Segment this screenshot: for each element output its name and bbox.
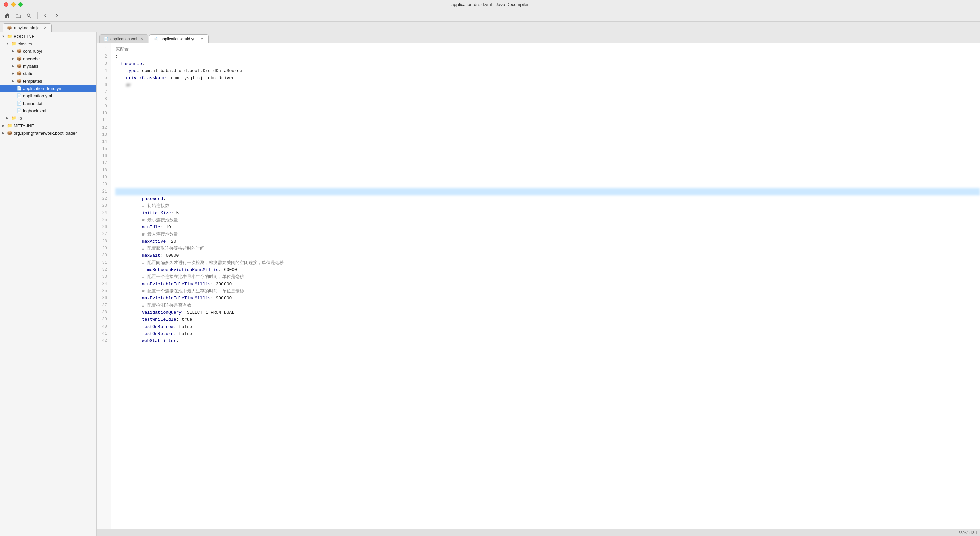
status-text: 650×1:13:1 xyxy=(959,531,977,534)
code-line-8 xyxy=(116,96,980,103)
xml-icon: 📄 xyxy=(16,108,22,113)
tree-item-label: classes xyxy=(18,41,32,46)
arrow-placeholder xyxy=(11,109,15,113)
code-line-16 xyxy=(116,152,980,160)
jar-icon: 📦 xyxy=(7,26,12,30)
window-title: application-druid.yml - Java Decompiler xyxy=(452,2,528,7)
file-tab-label: application.yml xyxy=(110,36,137,41)
code-content[interactable]: 原配置: tasource: type: com.alibaba.druid.p… xyxy=(111,43,980,528)
tree-item-ehcache[interactable]: ▶ 📦 ehcache xyxy=(0,55,96,62)
tree-item-label: ehcache xyxy=(23,56,40,61)
tree-item-com-ruoyi[interactable]: ▶ 📦 com.ruoyi xyxy=(0,48,96,55)
code-line-12 xyxy=(116,124,980,131)
yaml-file-icon: 📄 xyxy=(103,36,108,41)
arrow-icon: ▶ xyxy=(11,64,15,68)
jar-tab-bar: 📦 ruoyi-admin.jar ✕ xyxy=(0,22,980,32)
yaml-icon: 📄 xyxy=(16,93,22,98)
package-icon: 📦 xyxy=(16,71,22,76)
file-tab-close[interactable]: ✕ xyxy=(139,36,144,41)
tree-item-label: banner.txt xyxy=(23,101,42,106)
arrow-icon: ▶ xyxy=(11,71,15,76)
open-button[interactable] xyxy=(14,11,22,20)
code-line-34: minEvictableIdleTimeMillis: 300000 xyxy=(116,281,980,288)
code-line-23: # 初始连接数 xyxy=(116,202,980,209)
package-icon: 📦 xyxy=(16,48,22,54)
tree-item-application-yml[interactable]: 📄 application.yml xyxy=(0,92,96,100)
package-icon: 📦 xyxy=(16,78,22,84)
file-tab-label: application-druid.yml xyxy=(160,36,197,41)
code-line-28: maxActive: 20 xyxy=(116,238,980,245)
tree-item-meta-inf[interactable]: ▶ 📁 META-INF xyxy=(0,122,96,129)
status-bar: 650×1:13:1 xyxy=(97,528,980,536)
jar-tab-close[interactable]: ✕ xyxy=(43,26,48,30)
yaml-icon: 📄 xyxy=(16,86,22,91)
home-button[interactable] xyxy=(3,11,11,20)
title-bar: application-druid.yml - Java Decompiler xyxy=(0,0,980,10)
main-area: ▼ 📁 BOOT-INF ▼ 📁 classes ▶ 📦 com.ruoyi ▶… xyxy=(0,32,980,536)
code-line-9 xyxy=(116,103,980,110)
code-line-30: maxWait: 60000 xyxy=(116,252,980,259)
toolbar-divider xyxy=(37,12,38,19)
tree-item-mybatis[interactable]: ▶ 📦 mybatis xyxy=(0,62,96,70)
window-controls xyxy=(4,2,23,7)
svg-point-0 xyxy=(27,14,30,16)
tree-item-templates[interactable]: ▶ 📦 templates xyxy=(0,77,96,85)
tree-item-lib[interactable]: ▶ 📁 lib xyxy=(0,114,96,122)
editor-area: 📄 application.yml ✕ 📄 application-druid.… xyxy=(97,32,980,536)
code-line-27: # 最大连接池数量 xyxy=(116,231,980,238)
code-line-38: validationQuery: SELECT 1 FROM DUAL xyxy=(116,309,980,316)
arrow-icon: ▶ xyxy=(11,57,15,60)
tree-item-classes[interactable]: ▼ 📁 classes xyxy=(0,40,96,48)
txt-icon: 📄 xyxy=(16,100,22,106)
code-line-2: : xyxy=(116,53,980,60)
file-tree: ▼ 📁 BOOT-INF ▼ 📁 classes ▶ 📦 com.ruoyi ▶… xyxy=(0,32,97,536)
code-line-13 xyxy=(116,131,980,138)
code-line-17 xyxy=(116,160,980,167)
close-button[interactable] xyxy=(4,2,8,7)
arrow-icon: ▶ xyxy=(11,49,15,53)
file-tab-application-druid-yml[interactable]: 📄 application-druid.yml ✕ xyxy=(149,34,208,43)
arrow-icon: ▶ xyxy=(11,79,15,83)
folder-icon: 📁 xyxy=(11,116,16,121)
code-line-18 xyxy=(116,167,980,174)
arrow-icon: ▶ xyxy=(2,131,5,135)
package-icon: 📦 xyxy=(16,63,22,69)
folder-icon: 📁 xyxy=(11,41,16,46)
arrow-icon: ▶ xyxy=(2,124,5,128)
file-tab-application-yml[interactable]: 📄 application.yml ✕ xyxy=(99,34,148,43)
tree-item-label: mybatis xyxy=(23,63,38,69)
code-line-5: driverClassName: com.mysql.cj.jdbc.Drive… xyxy=(116,75,980,82)
tree-item-label: static xyxy=(23,71,33,76)
tree-item-static[interactable]: ▶ 📦 static xyxy=(0,70,96,77)
code-line-22: password: xyxy=(116,195,980,202)
code-line-26: minIdle: 10 xyxy=(116,224,980,231)
tree-item-application-druid-yml[interactable]: 📄 application-druid.yml xyxy=(0,85,96,92)
code-line-31: # 配置间隔多久才进行一次检测，检测需要关闭的空闲连接，单位是毫秒 xyxy=(116,259,980,266)
code-line-14 xyxy=(116,138,980,146)
code-line-4: type: com.alibaba.druid.pool.DruidDataSo… xyxy=(116,67,980,75)
tree-item-springframework[interactable]: ▶ 📦 org.springframework.boot.loader xyxy=(0,129,96,137)
yaml-file-icon: 📄 xyxy=(153,36,158,41)
tree-item-label: META-INF xyxy=(14,123,34,128)
code-editor: 1234567891011121314151617181920212223242… xyxy=(97,43,980,528)
jar-tab-label: ruoyi-admin.jar xyxy=(14,26,41,30)
file-tab-close-active[interactable]: ✕ xyxy=(199,36,204,41)
minimize-button[interactable] xyxy=(11,2,16,7)
jar-tab-ruoyi-admin[interactable]: 📦 ruoyi-admin.jar ✕ xyxy=(3,23,52,32)
tree-item-logback-xml[interactable]: 📄 logback.xml xyxy=(0,107,96,114)
package-icon: 📦 xyxy=(7,130,12,136)
forward-button[interactable] xyxy=(52,11,60,20)
tree-item-boot-inf[interactable]: ▼ 📁 BOOT-INF xyxy=(0,32,96,40)
line-numbers: 1234567891011121314151617181920212223242… xyxy=(97,43,111,528)
back-button[interactable] xyxy=(41,11,50,20)
search-button[interactable] xyxy=(25,11,33,20)
arrow-icon: ▶ xyxy=(5,116,10,120)
code-line-7 xyxy=(116,89,980,96)
file-tab-bar: 📄 application.yml ✕ 📄 application-druid.… xyxy=(97,32,980,43)
tree-item-label: com.ruoyi xyxy=(23,49,42,54)
maximize-button[interactable] xyxy=(18,2,23,7)
tree-item-banner-txt[interactable]: 📄 banner.txt xyxy=(0,100,96,107)
code-line-32: timeBetweenEvictionRunsMillis: 60000 xyxy=(116,266,980,273)
toolbar xyxy=(0,10,980,22)
package-icon: 📦 xyxy=(16,56,22,61)
